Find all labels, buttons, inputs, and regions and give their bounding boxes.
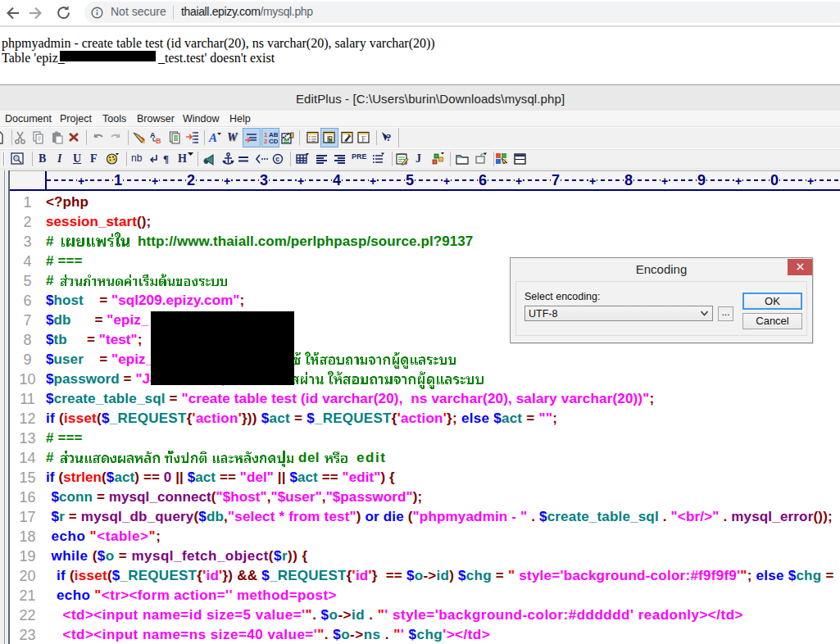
svg-text:A: A xyxy=(208,131,217,144)
svg-text:W: W xyxy=(227,131,238,143)
svg-text:F: F xyxy=(361,134,366,143)
svg-text:c: c xyxy=(275,155,279,163)
svg-text:2: 2 xyxy=(264,138,268,145)
svg-text:CD: CD xyxy=(269,138,278,145)
svg-text:B: B xyxy=(156,137,161,145)
svg-text:?: ? xyxy=(386,131,392,143)
